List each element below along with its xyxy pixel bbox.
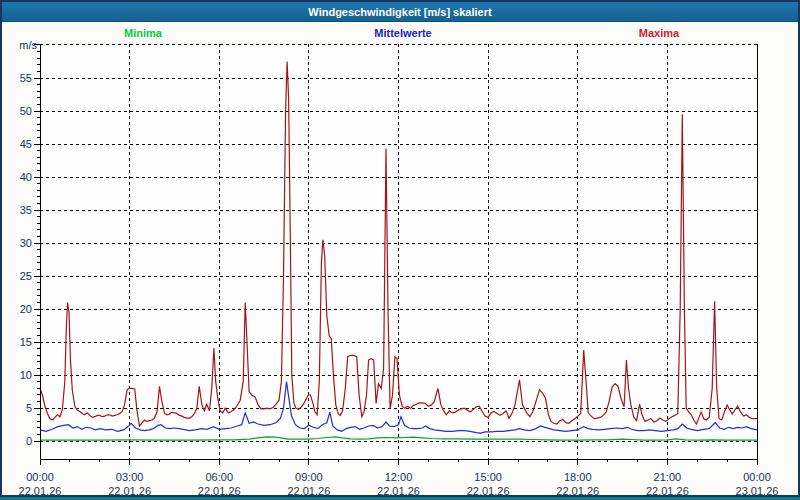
y-tick-label: 10: [20, 369, 32, 381]
y-tick-label: 45: [20, 138, 32, 150]
x-tick-date-label: 22.01.26: [467, 485, 510, 497]
x-tick-date-label: 22.01.26: [108, 485, 151, 497]
wind-speed-chart[interactable]: m/s051015202530354045505500:0022.01.2603…: [0, 0, 800, 500]
x-tick-date-label: 22.01.26: [287, 485, 330, 497]
y-tick-label: 40: [20, 171, 32, 183]
y-tick-label: 30: [20, 237, 32, 249]
x-tick-time-label: 00:00: [26, 471, 54, 483]
y-tick-label: 15: [20, 336, 32, 348]
x-tick-time-label: 00:00: [743, 471, 771, 483]
y-axis-unit-label: m/s: [19, 39, 37, 51]
x-tick-date-label: 22.01.26: [377, 485, 420, 497]
y-tick-label: 5: [26, 402, 32, 414]
y-tick-label: 35: [20, 204, 32, 216]
x-tick-time-label: 12:00: [385, 471, 413, 483]
y-tick-label: 0: [26, 435, 32, 447]
x-tick-date-label: 22.01.26: [19, 485, 62, 497]
x-tick-time-label: 21:00: [654, 471, 682, 483]
y-tick-label: 25: [20, 270, 32, 282]
x-tick-date-label: 22.01.26: [556, 485, 599, 497]
y-tick-label: 50: [20, 105, 32, 117]
y-tick-label: 55: [20, 72, 32, 84]
x-tick-time-label: 09:00: [295, 471, 323, 483]
x-tick-date-label: 23.01.26: [736, 485, 779, 497]
x-tick-time-label: 15:00: [474, 471, 502, 483]
x-tick-date-label: 22.01.26: [198, 485, 241, 497]
x-tick-time-label: 06:00: [205, 471, 233, 483]
y-tick-label: 20: [20, 303, 32, 315]
x-tick-time-label: 18:00: [564, 471, 592, 483]
x-tick-time-label: 03:00: [116, 471, 144, 483]
x-tick-date-label: 22.01.26: [646, 485, 689, 497]
